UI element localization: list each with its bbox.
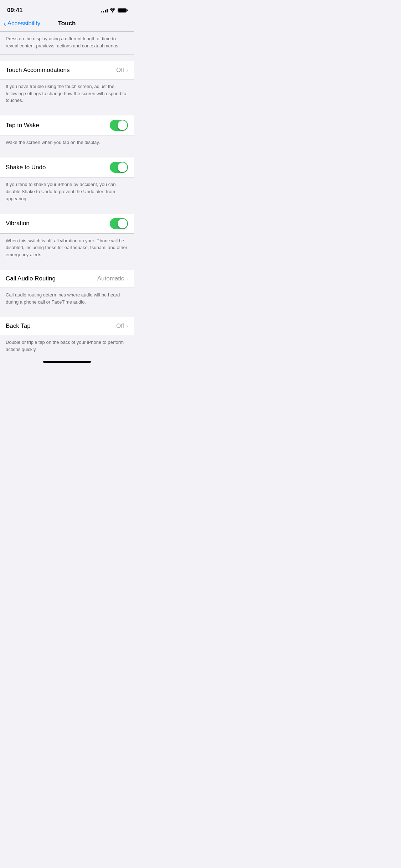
chevron-right-icon-2: › xyxy=(126,276,128,281)
shake-to-undo-toggle[interactable] xyxy=(110,162,128,173)
back-tap-right: Off › xyxy=(116,322,128,330)
touch-accommodations-label: Touch Accommodations xyxy=(6,67,70,74)
shake-to-undo-desc-text: If you tend to shake your iPhone by acci… xyxy=(6,182,116,201)
back-label: Accessibility xyxy=(7,20,41,27)
back-tap-desc-block: Double or triple tap on the back of your… xyxy=(0,335,134,358)
call-audio-routing-right: Automatic › xyxy=(97,275,128,282)
tap-to-wake-label: Tap to Wake xyxy=(6,122,39,129)
section-gap-4 xyxy=(0,207,134,214)
vibration-desc-text: When this switch is off, all vibration o… xyxy=(6,238,127,258)
vibration-row: Vibration xyxy=(0,214,134,233)
shake-to-undo-label: Shake to Undo xyxy=(6,164,46,171)
toggle-knob-2 xyxy=(118,162,127,172)
call-audio-routing-row[interactable]: Call Audio Routing Automatic › xyxy=(0,270,134,288)
battery-icon xyxy=(118,8,127,12)
section-gap-2 xyxy=(0,109,134,115)
touch-accommodations-row[interactable]: Touch Accommodations Off › xyxy=(0,61,134,79)
svg-point-0 xyxy=(112,12,113,12)
signal-bars-icon xyxy=(101,8,108,12)
call-audio-routing-desc-block: Call audio routing determines where audi… xyxy=(0,288,134,311)
vibration-toggle[interactable] xyxy=(110,218,128,229)
nav-header: ‹ Accessibility Touch xyxy=(0,16,134,31)
home-indicator xyxy=(0,358,134,366)
tap-to-wake-row: Tap to Wake xyxy=(0,115,134,135)
tap-to-wake-desc-text: Wake the screen when you tap on the disp… xyxy=(6,140,100,145)
back-tap-label: Back Tap xyxy=(6,322,31,330)
call-audio-routing-desc-text: Call audio routing determines where audi… xyxy=(6,292,120,305)
top-partial-description: Press on the display using a different l… xyxy=(0,32,134,55)
touch-accommodations-value: Off xyxy=(116,67,124,74)
touch-accommodations-right: Off › xyxy=(116,67,128,74)
chevron-right-icon: › xyxy=(126,67,128,73)
section-gap-3 xyxy=(0,151,134,157)
shake-to-undo-desc-block: If you tend to shake your iPhone by acci… xyxy=(0,177,134,207)
page-wrapper: 09:41 ‹ Accessibili xyxy=(0,0,134,366)
back-button[interactable]: ‹ Accessibility xyxy=(4,20,40,27)
tap-to-wake-section: Tap to Wake xyxy=(0,115,134,135)
back-tap-desc-text: Double or triple tap on the back of your… xyxy=(6,340,124,352)
status-icons xyxy=(101,8,127,12)
vibration-label: Vibration xyxy=(6,220,30,227)
shake-to-undo-section: Shake to Undo xyxy=(0,157,134,177)
shake-to-undo-row: Shake to Undo xyxy=(0,157,134,177)
touch-accommodations-desc-text: If you have trouble using the touch scre… xyxy=(6,84,126,103)
chevron-right-icon-3: › xyxy=(126,323,128,329)
call-audio-routing-value: Automatic xyxy=(97,275,124,282)
back-tap-section: Back Tap Off › xyxy=(0,317,134,335)
vibration-desc-block: When this switch is off, all vibration o… xyxy=(0,234,134,264)
toggle-knob-3 xyxy=(118,219,127,228)
touch-accommodations-desc-block: If you have trouble using the touch scre… xyxy=(0,79,134,109)
tap-to-wake-desc-block: Wake the screen when you tap on the disp… xyxy=(0,135,134,151)
top-partial-text: Press on the display using a different l… xyxy=(6,36,119,48)
back-tap-row[interactable]: Back Tap Off › xyxy=(0,317,134,335)
status-time: 09:41 xyxy=(7,7,22,14)
wifi-icon xyxy=(110,8,115,12)
toggle-knob xyxy=(118,120,127,130)
vibration-section: Vibration xyxy=(0,214,134,233)
chevron-left-icon: ‹ xyxy=(4,20,6,27)
section-gap-6 xyxy=(0,311,134,317)
home-bar xyxy=(43,361,91,363)
call-audio-routing-label: Call Audio Routing xyxy=(6,275,56,282)
tap-to-wake-toggle[interactable] xyxy=(110,120,128,131)
back-tap-value: Off xyxy=(116,322,124,330)
page-title: Touch xyxy=(58,20,76,27)
status-bar: 09:41 xyxy=(0,0,134,16)
section-gap-1 xyxy=(0,55,134,61)
section-gap-5 xyxy=(0,263,134,270)
call-audio-routing-section: Call Audio Routing Automatic › xyxy=(0,270,134,288)
touch-accommodations-section: Touch Accommodations Off › xyxy=(0,61,134,79)
